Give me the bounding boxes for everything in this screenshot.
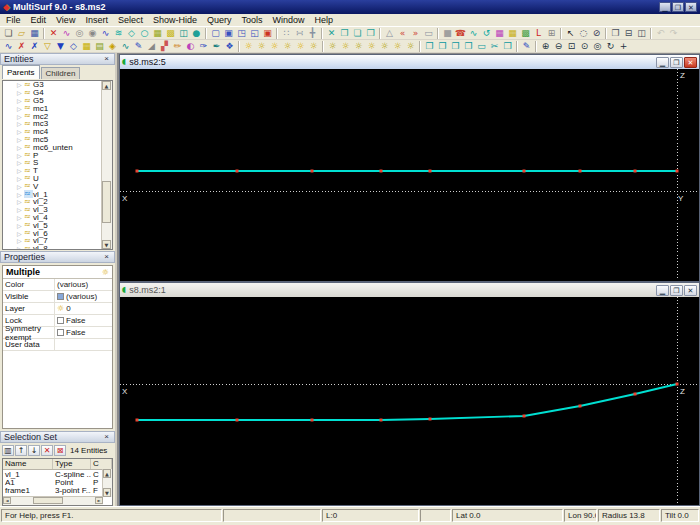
delete-entity-icon[interactable]: ✕ bbox=[47, 27, 60, 39]
grid-gray-icon[interactable]: ⊞ bbox=[545, 27, 558, 39]
insert-nib-teal-icon[interactable]: ✒ bbox=[210, 40, 223, 52]
tree-item-mc1[interactable]: ▷≈mc1 bbox=[3, 104, 112, 112]
tree-item-mc4[interactable]: ▷≈mc4 bbox=[3, 128, 112, 136]
menu-tools[interactable]: Tools bbox=[236, 15, 267, 25]
tree-item-P[interactable]: ▷≈P bbox=[3, 151, 112, 159]
phone-tool-icon[interactable]: ☎ bbox=[454, 27, 467, 39]
tile-vertical-icon[interactable]: ◫ bbox=[635, 27, 648, 39]
circle-tool-icon[interactable]: ○ bbox=[138, 27, 151, 39]
expand-arrow-icon[interactable]: ▷ bbox=[17, 230, 24, 237]
undo-icon[interactable]: ↶ bbox=[654, 27, 667, 39]
open-file-icon[interactable]: ▱ bbox=[15, 27, 28, 39]
viewport-1-close-button[interactable]: ✕ bbox=[684, 57, 697, 68]
save-file-icon[interactable]: ▦ bbox=[28, 27, 41, 39]
expand-arrow-icon[interactable]: ▷ bbox=[17, 152, 24, 159]
entities-close-icon[interactable]: × bbox=[102, 55, 111, 63]
insert-pencil-orange-icon[interactable]: ✏ bbox=[171, 40, 184, 52]
scroll-left-icon[interactable]: ◄ bbox=[3, 497, 11, 504]
expand-arrow-icon[interactable]: ▷ bbox=[17, 191, 24, 198]
view-perspective-icon[interactable]: ◱ bbox=[248, 27, 261, 39]
lasso-deselect-icon[interactable]: ⊘ bbox=[590, 27, 603, 39]
insert-nib-blue-icon[interactable]: ✑ bbox=[197, 40, 210, 52]
tree-item-vl_4[interactable]: ▷≈vl_4 bbox=[3, 214, 112, 222]
menu-query[interactable]: Query bbox=[202, 15, 237, 25]
insert-tri-yellow-icon[interactable]: ▽ bbox=[41, 40, 54, 52]
expand-arrow-icon[interactable]: ▷ bbox=[17, 237, 24, 244]
show-other-bulb-icon[interactable]: ☼ bbox=[307, 40, 320, 52]
grid-magenta-icon[interactable]: ▦ bbox=[493, 27, 506, 39]
view-render-icon[interactable]: ▣ bbox=[261, 27, 274, 39]
viewport-2-title-bar[interactable]: ◖ s8.ms2:1 ▁ ❐ ✕ bbox=[120, 283, 699, 297]
insert-marker-blue-icon[interactable]: ✗ bbox=[28, 40, 41, 52]
curve-cyan-tool-icon[interactable]: ≋ bbox=[112, 27, 125, 39]
mass-tool-icon[interactable]: ■ bbox=[441, 27, 454, 39]
cut-entity-icon[interactable]: ✕ bbox=[325, 27, 338, 39]
tree-item-S[interactable]: ▷≈S bbox=[3, 159, 112, 167]
sheet-copy-3-icon[interactable]: ❐ bbox=[449, 40, 462, 52]
property-value[interactable]: (various) bbox=[55, 280, 112, 289]
zoom-out-icon[interactable]: ⊖ bbox=[552, 40, 565, 52]
expand-arrow-icon[interactable]: ▷ bbox=[17, 222, 24, 229]
selection-table[interactable]: Name Type C vl_1C-spline ...CA1PointPfra… bbox=[2, 458, 113, 506]
tree-item-V[interactable]: ▷≈V bbox=[3, 182, 112, 190]
expand-arrow-icon[interactable]: ▷ bbox=[17, 214, 24, 221]
property-value[interactable]: False bbox=[55, 328, 112, 337]
insert-diamond-icon[interactable]: ◇ bbox=[67, 40, 80, 52]
tree-item-G5[interactable]: ▷≈G5 bbox=[3, 97, 112, 105]
expand-arrow-icon[interactable]: ▷ bbox=[17, 81, 24, 88]
show-surfaces-bulb-icon[interactable]: ☼ bbox=[281, 40, 294, 52]
ring-filled-tool-icon[interactable]: ◉ bbox=[86, 27, 99, 39]
viewport-2-minimize-button[interactable]: ▁ bbox=[656, 285, 669, 296]
menu-select[interactable]: Select bbox=[113, 15, 148, 25]
grid-tool-icon[interactable]: ▦ bbox=[151, 27, 164, 39]
expand-arrow-icon[interactable]: ▷ bbox=[17, 159, 24, 166]
checkbox-icon[interactable] bbox=[57, 317, 64, 324]
show-curves-bulb-icon[interactable]: ☼ bbox=[268, 40, 281, 52]
scroll-thumb[interactable] bbox=[33, 497, 63, 504]
scroll-up-icon[interactable]: ▲ bbox=[102, 81, 111, 90]
grid-sparse-icon[interactable]: ∷ bbox=[280, 27, 293, 39]
sheet-cut-icon[interactable]: ✂ bbox=[488, 40, 501, 52]
column-layout-icon[interactable]: ▥ bbox=[2, 445, 14, 456]
menu-insert[interactable]: Insert bbox=[80, 15, 113, 25]
insert-marker-red-icon[interactable]: ✗ bbox=[15, 40, 28, 52]
viewport-2-restore-button[interactable]: ❐ bbox=[670, 285, 683, 296]
polygon-tool-icon[interactable]: ◇ bbox=[125, 27, 138, 39]
grid-snap-icon[interactable]: ╋ bbox=[306, 27, 319, 39]
grid-yellow-icon[interactable]: ▦ bbox=[506, 27, 519, 39]
tree-item-vl_2[interactable]: ▷≈vl_2 bbox=[3, 198, 112, 206]
viewport-1-title-bar[interactable]: ◖ s8.ms2:5 ▁ ❐ ✕ bbox=[120, 55, 699, 69]
tile-horizontal-icon[interactable]: ⊟ bbox=[622, 27, 635, 39]
expand-arrow-icon[interactable]: ▷ bbox=[17, 206, 24, 213]
viewport-2-canvas[interactable]: XZ bbox=[120, 297, 697, 504]
hide-marked-bulb-icon[interactable]: ☼ bbox=[404, 40, 417, 52]
play-triangle-icon[interactable]: △ bbox=[383, 27, 396, 39]
grid-green-icon[interactable]: ▩ bbox=[519, 27, 532, 39]
expand-arrow-icon[interactable]: ▷ bbox=[17, 144, 24, 151]
screen-tool-icon[interactable]: ▭ bbox=[422, 27, 435, 39]
expand-arrow-icon[interactable]: ▷ bbox=[17, 167, 24, 174]
expand-arrow-icon[interactable]: ▷ bbox=[17, 120, 24, 127]
expand-arrow-icon[interactable]: ▷ bbox=[17, 175, 24, 182]
pointer-select-icon[interactable]: ↖ bbox=[564, 27, 577, 39]
tree-item-vl_7[interactable]: ▷≈vl_7 bbox=[3, 237, 112, 245]
maximize-button[interactable]: ❐ bbox=[672, 2, 684, 12]
hide-other-bulb-icon[interactable]: ☼ bbox=[391, 40, 404, 52]
expand-arrow-icon[interactable]: ▷ bbox=[17, 136, 24, 143]
view-hidden-line-icon[interactable]: ▣ bbox=[222, 27, 235, 39]
insert-tri-blue-icon[interactable]: ▼ bbox=[54, 40, 67, 52]
tree-item-mc3[interactable]: ▷≈mc3 bbox=[3, 120, 112, 128]
paste-entity-icon[interactable]: ❏ bbox=[351, 27, 364, 39]
grid-dense-icon[interactable]: ∺ bbox=[293, 27, 306, 39]
cascade-windows-icon[interactable]: ❐ bbox=[609, 27, 622, 39]
menu-window[interactable]: Window bbox=[267, 15, 309, 25]
insert-point-icon[interactable]: ∿ bbox=[2, 40, 15, 52]
menu-help[interactable]: Help bbox=[310, 15, 339, 25]
tree-item-vl_8[interactable]: ▷≈vl_8 bbox=[3, 245, 112, 250]
scroll-down-icon[interactable]: ▼ bbox=[102, 240, 111, 249]
zoom-all-icon[interactable]: ◎ bbox=[591, 40, 604, 52]
minimize-button[interactable]: ▁ bbox=[659, 2, 671, 12]
move-up-icon[interactable]: ↑ bbox=[15, 445, 27, 456]
bulb-icon[interactable]: ☼ bbox=[57, 304, 64, 313]
hide-surfaces-bulb-icon[interactable]: ☼ bbox=[365, 40, 378, 52]
